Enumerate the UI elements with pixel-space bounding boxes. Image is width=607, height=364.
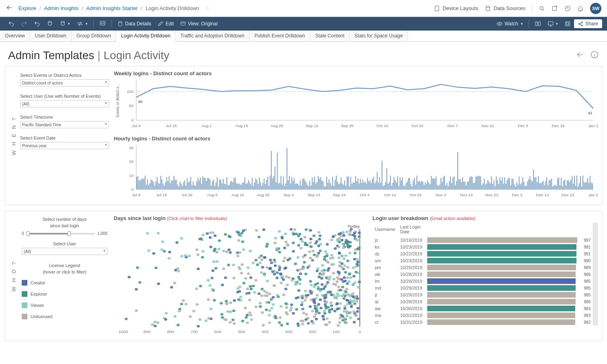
undo-button[interactable] (5, 19, 18, 29)
when-label: W H E N ? (9, 70, 17, 201)
svg-rect-123 (201, 184, 202, 189)
table-row[interactable]: ct 10/31/2019 982 (372, 319, 593, 325)
nav-back-icon[interactable] (576, 49, 584, 62)
tab-traffic-and-adoption-drilldown[interactable]: Traffic and Adoption Drilldown (176, 31, 250, 41)
svg-rect-288 (399, 177, 400, 189)
col-lastlogin[interactable]: Last Login Date (398, 223, 425, 236)
replay-button[interactable] (31, 19, 43, 29)
col-username[interactable]: Username (372, 223, 398, 236)
table-row[interactable]: dz 10/22/2019 991 (372, 250, 593, 257)
svg-point-523 (298, 283, 301, 285)
scrollbar[interactable] (593, 223, 598, 325)
tab-overview[interactable]: Overview (0, 31, 30, 41)
device-layouts-button[interactable]: Device Layouts (434, 5, 478, 12)
svg-point-593 (180, 237, 183, 239)
hourly-chart[interactable]: Hourly logins - Distinct count of actors… (114, 136, 598, 201)
tab-user-drilldown[interactable]: User Drilldown (30, 31, 72, 41)
svg-rect-441 (584, 182, 584, 189)
svg-rect-251 (355, 176, 356, 189)
svg-point-612 (249, 314, 253, 316)
svg-point-1089 (195, 249, 199, 251)
data-details-button[interactable]: Data Details (114, 19, 154, 28)
legend-swatch (22, 302, 27, 308)
refresh-data-button[interactable]: ▾ (56, 19, 73, 29)
data-sources-button[interactable]: Data Sources (485, 5, 525, 12)
svg-point-893 (136, 266, 139, 269)
tab-stats-for-space-usage[interactable]: Stats for Space Usage (350, 31, 408, 41)
svg-rect-278 (388, 184, 389, 189)
svg-point-790 (200, 237, 203, 240)
user-avatar[interactable]: SW (590, 3, 601, 14)
svg-point-1048 (213, 299, 216, 301)
table-row[interactable]: md 10/29/2019 985 (372, 284, 593, 291)
table-row[interactable]: ks 10/23/2019 991 (372, 243, 593, 250)
notifications-icon[interactable] (577, 5, 584, 12)
download-button[interactable] (561, 19, 574, 29)
breadcrumb-admin-insights[interactable]: Admin Insights (44, 5, 78, 11)
svg-point-635 (274, 237, 277, 239)
swap-button[interactable]: ▾ (73, 19, 91, 28)
toolbar-separator (111, 20, 112, 28)
favorite-star-icon[interactable]: ☆ (205, 5, 210, 11)
legend-explorer[interactable]: Explorer (22, 291, 107, 297)
legend-viewer[interactable]: Viewer (22, 302, 107, 308)
table-row[interactable]: jz 10/16/2019 997 (372, 236, 593, 243)
svg-rect-188 (279, 183, 280, 189)
help-icon[interactable] (564, 5, 571, 12)
weekly-chart[interactable]: Weekly logins - Distinct count of actors… (114, 70, 598, 132)
svg-rect-280 (390, 176, 391, 189)
legend-creator[interactable]: Creator (22, 280, 107, 286)
redo-button[interactable] (18, 19, 31, 29)
svg-rect-406 (541, 182, 542, 189)
back-arrow-icon[interactable] (6, 4, 13, 12)
data-guide-button[interactable] (96, 19, 109, 29)
tab-stale-content[interactable]: Stale Content (311, 31, 350, 41)
svg-rect-283 (394, 177, 395, 189)
table-row[interactable]: lm 10/28/2019 985 (372, 278, 593, 284)
svg-point-994 (275, 247, 278, 250)
who-filters: W H O ? Select number of days since last… (9, 215, 111, 337)
legend-unlicensed[interactable]: Unlicensed (22, 314, 107, 319)
tab-publish-event-drilldown[interactable]: Publish Event Drilldown (250, 31, 311, 41)
select-date-dropdown[interactable]: Previous year (20, 142, 109, 149)
tab-group-drilldown[interactable]: Group Drilldown (72, 31, 116, 41)
pause-data-button[interactable] (43, 19, 56, 29)
svg-text:30: 30 (129, 146, 134, 150)
scatter-chart[interactable]: Days since last login (Click chart to fi… (114, 215, 369, 337)
presentation-button[interactable]: ▾ (544, 19, 561, 29)
metrics-button[interactable] (531, 19, 544, 29)
svg-point-980 (128, 276, 131, 278)
svg-point-929 (316, 254, 319, 256)
table-row[interactable]: jt 10/29/2019 985 (372, 291, 593, 298)
table-row[interactable]: al 10/28/2019 985 (372, 298, 593, 305)
tab-login-activity-drilldown[interactable]: Login Activity Drilldown (116, 31, 176, 42)
edit-button[interactable]: Edit (154, 19, 177, 28)
svg-rect-376 (506, 184, 506, 189)
breadcrumb-explore[interactable]: Explore (19, 5, 36, 11)
select-user-dropdown[interactable]: (All) (20, 100, 109, 107)
svg-point-1047 (207, 279, 210, 282)
svg-text:Jul 4: Jul 4 (132, 123, 141, 128)
view-button[interactable]: View: Original (177, 19, 221, 28)
svg-rect-353 (478, 176, 479, 189)
select-events-dropdown[interactable]: Distinct count of actors (20, 79, 109, 86)
svg-rect-193 (285, 183, 286, 189)
table-row[interactable]: aw 10/30/2019 983 (372, 305, 593, 312)
watch-button[interactable]: Watch▾ (494, 19, 526, 28)
new-icon[interactable] (551, 5, 558, 12)
cell-username: sm (372, 257, 398, 264)
who-user-dropdown[interactable]: (All) (22, 248, 107, 255)
search-icon[interactable] (539, 5, 545, 12)
table-row[interactable]: wk 10/28/2019 986 (372, 271, 593, 278)
table-row[interactable]: ma 10/31/2019 983 (372, 312, 593, 319)
share-button[interactable]: Share (574, 19, 602, 28)
svg-point-544 (358, 235, 361, 238)
table-row[interactable]: pm 10/25/2019 989 (372, 264, 593, 271)
table-row[interactable]: sm 10/23/2019 990 (372, 257, 593, 264)
svg-rect-166 (253, 186, 254, 189)
select-timezone-dropdown[interactable]: Pacific Standard Time (20, 121, 109, 128)
cell-date: 10/28/2019 (398, 278, 425, 284)
breadcrumb-starter[interactable]: Admin Insights Starter (86, 5, 138, 11)
days-slider[interactable]: 0 1,000 (22, 231, 107, 236)
info-icon[interactable] (590, 49, 599, 62)
